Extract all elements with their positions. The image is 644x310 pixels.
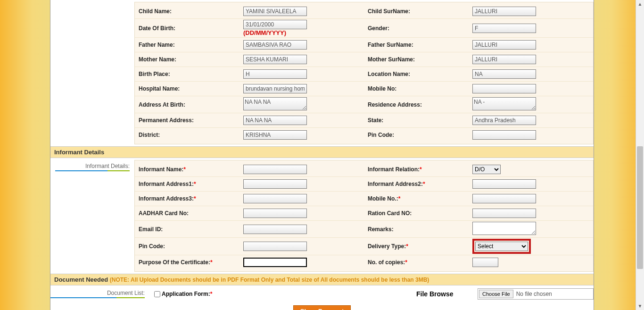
inf-addr2-label: Informant Address2:*: [364, 179, 470, 189]
side-underline: [55, 170, 130, 171]
mother-surname-label: Mother SurName:: [364, 54, 470, 65]
child-surname-input[interactable]: [472, 7, 536, 16]
show-payment-button[interactable]: Show Payment: [293, 305, 351, 310]
document-section-title: Document Needed: [54, 276, 110, 283]
child-mobile-input[interactable]: [472, 84, 536, 93]
document-list-side-label: Document List:: [50, 290, 149, 298]
location-label: Location Name:: [364, 69, 470, 79]
dob-label: Date Of Birth:: [135, 23, 240, 34]
child-pin-label: Pin Code:: [364, 130, 470, 140]
inf-name-input[interactable]: [243, 165, 307, 174]
address-birth-input[interactable]: NA NA NA: [243, 97, 307, 110]
scroll-thumb[interactable]: [637, 146, 643, 269]
no-file-text: No file chosen: [513, 291, 552, 297]
file-browse-container: Choose File No file chosen: [478, 288, 594, 300]
dob-hint: (DD/MM/YYYY): [243, 29, 361, 36]
scroll-down-arrow-icon[interactable]: ▼: [636, 302, 644, 310]
state-input[interactable]: [472, 116, 536, 125]
file-browse-label: File Browse: [416, 290, 478, 298]
scroll-up-arrow-icon[interactable]: ▲: [636, 0, 644, 8]
inf-addr1-input[interactable]: [243, 179, 307, 189]
inf-addr2-input[interactable]: [472, 179, 536, 189]
inf-relation-select[interactable]: D/O: [472, 165, 501, 174]
birth-place-label: Birth Place:: [135, 69, 240, 79]
perm-addr-label: Permanent Address:: [135, 115, 240, 126]
child-name-input[interactable]: [243, 7, 307, 16]
informant-section-header: Informant Details: [50, 146, 594, 158]
inf-addr3-input[interactable]: [243, 194, 307, 203]
inf-addr1-label: Informant Address1:*: [135, 179, 240, 189]
remarks-input[interactable]: [472, 222, 536, 235]
ration-label: Ration Card NO:: [364, 208, 470, 218]
aadhar-label: AADHAR Card No:: [135, 208, 240, 218]
father-name-label: Father Name:: [135, 40, 240, 50]
document-section-header: Document Needed (NOTE: All Upload Docume…: [50, 274, 594, 285]
birth-place-input[interactable]: [243, 69, 307, 79]
application-form-label: Application Form:*: [162, 291, 212, 297]
inf-name-label: Informant Name:*: [135, 164, 240, 175]
dob-input[interactable]: [243, 20, 307, 29]
application-form-checkbox[interactable]: [154, 291, 160, 297]
address-birth-label: Address At Birth:: [135, 100, 240, 110]
side-underline-2: [50, 297, 145, 298]
child-pin-input[interactable]: [472, 130, 536, 140]
email-label: Email ID:: [135, 224, 240, 235]
state-label: State:: [364, 115, 470, 126]
ration-input[interactable]: [472, 209, 536, 218]
father-surname-label: Father SurName:: [364, 40, 470, 50]
inf-mobile-label: Mobile No.:*: [364, 193, 470, 204]
email-input[interactable]: [243, 225, 307, 234]
gender-input[interactable]: [472, 24, 536, 33]
child-details-side: [50, 2, 134, 144]
informant-side-label: Informant Details:: [50, 160, 134, 272]
mother-name-input[interactable]: [243, 55, 307, 64]
purpose-input[interactable]: [243, 258, 307, 267]
inf-pin-label: Pin Code:: [135, 241, 240, 251]
document-note: (NOTE: All Upload Documents should be in…: [110, 276, 429, 283]
scrollbar[interactable]: ▲ ▼: [636, 0, 644, 310]
residence-label: Residence Address:: [364, 100, 470, 110]
purpose-label: Purpose Of the Certificate:*: [135, 257, 240, 268]
district-label: District:: [135, 130, 240, 140]
inf-pin-input[interactable]: [243, 242, 307, 251]
perm-addr-input[interactable]: [243, 116, 307, 125]
child-surname-label: Child SurName:: [364, 6, 470, 17]
residence-input[interactable]: NA -: [472, 97, 536, 110]
hospital-input[interactable]: [243, 84, 307, 93]
informant-section-title: Informant Details: [54, 149, 104, 156]
remarks-label: Remarks:: [364, 224, 470, 235]
location-input[interactable]: [472, 69, 536, 79]
district-input[interactable]: [243, 130, 307, 140]
delivery-label: Delivery Type:*: [364, 241, 470, 251]
inf-mobile-input[interactable]: [472, 194, 536, 203]
child-name-label: Child Name:: [135, 6, 240, 17]
hospital-label: Hospital Name:: [135, 84, 240, 94]
copies-input[interactable]: [472, 258, 498, 267]
mother-surname-input[interactable]: [472, 55, 536, 64]
mobile-label: Mobile No:: [364, 84, 470, 94]
inf-addr3-label: Informant Address3:*: [135, 193, 240, 204]
copies-label: No. of copies:*: [364, 257, 470, 268]
delivery-type-select[interactable]: Select: [475, 242, 528, 251]
aadhar-input[interactable]: [243, 209, 307, 218]
father-name-input[interactable]: [243, 40, 307, 50]
father-surname-input[interactable]: [472, 40, 536, 50]
delivery-highlight: Select: [472, 239, 531, 254]
inf-relation-label: Informant Relation:*: [364, 164, 470, 175]
choose-file-button[interactable]: Choose File: [479, 290, 513, 298]
mother-name-label: Mother Name:: [135, 54, 240, 65]
gender-label: Gender:: [364, 23, 470, 34]
